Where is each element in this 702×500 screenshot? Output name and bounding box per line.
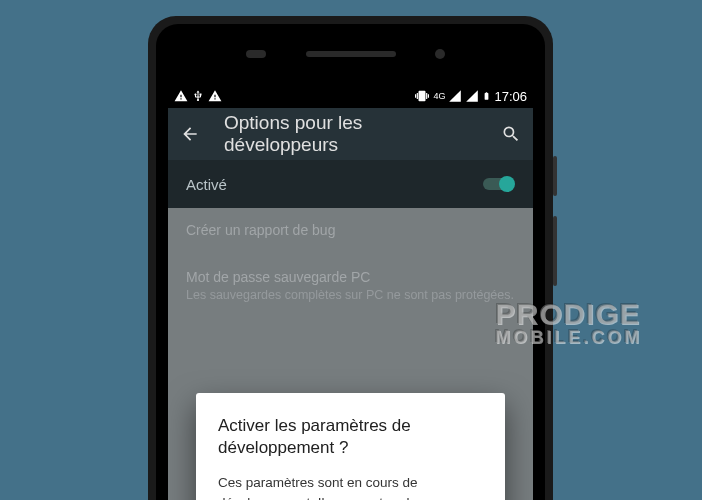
screen: 4G 17:06 Options pour les développeurs A… — [168, 84, 533, 500]
network-label: 4G — [433, 91, 445, 101]
master-toggle-label: Activé — [186, 176, 227, 193]
battery-icon — [482, 89, 491, 103]
master-toggle-switch[interactable] — [481, 175, 515, 193]
usb-icon — [192, 89, 204, 103]
master-toggle-row[interactable]: Activé — [168, 160, 533, 208]
vibrate-icon — [414, 89, 430, 103]
phone-speaker-area — [156, 24, 545, 84]
warning-icon — [174, 89, 188, 103]
page-title: Options pour les développeurs — [224, 112, 477, 156]
warning-icon — [208, 89, 222, 103]
search-icon[interactable] — [501, 124, 521, 144]
status-bar: 4G 17:06 — [168, 84, 533, 108]
phone-frame: 4G 17:06 Options pour les développeurs A… — [148, 16, 553, 500]
confirm-dialog: Activer les paramètres de développement … — [196, 393, 505, 500]
settings-content: Créer un rapport de bug Mot de passe sau… — [168, 208, 533, 500]
phone-inner: 4G 17:06 Options pour les développeurs A… — [156, 24, 545, 500]
side-button — [553, 156, 557, 196]
app-bar: Options pour les développeurs — [168, 108, 533, 160]
clock: 17:06 — [494, 89, 527, 104]
signal-icon — [465, 89, 479, 103]
dialog-title: Activer les paramètres de développement … — [218, 415, 483, 459]
signal-icon — [448, 89, 462, 103]
back-icon[interactable] — [180, 124, 200, 144]
dialog-body: Ces paramètres sont en cours de développ… — [218, 473, 483, 500]
side-button — [553, 216, 557, 286]
